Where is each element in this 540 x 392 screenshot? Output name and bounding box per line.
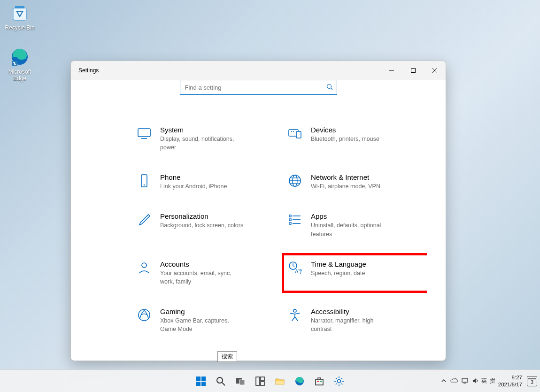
desktop-icon-recycle-bin[interactable]: Recycle Bin xyxy=(2,3,37,31)
start-button[interactable] xyxy=(192,372,210,391)
settings-categories-scroll[interactable]: System Display, sound, notifications, po… xyxy=(137,126,427,361)
close-button[interactable] xyxy=(424,61,446,80)
svg-rect-39 xyxy=(201,382,206,386)
tray-chevron-up-icon[interactable] xyxy=(441,378,447,384)
minimize-button[interactable] xyxy=(381,61,402,80)
settings-content: System Display, sound, notifications, po… xyxy=(71,80,446,361)
category-accounts[interactable]: Accounts Your accounts, email, sync, wor… xyxy=(137,260,273,286)
svg-rect-25 xyxy=(289,219,291,221)
svg-point-52 xyxy=(338,379,341,383)
ime-mode[interactable]: 拼 xyxy=(490,377,495,385)
category-phone[interactable]: Phone Link your Android, iPhone xyxy=(137,173,273,191)
recycle-bin-icon xyxy=(10,3,30,23)
search-input-wrapper[interactable] xyxy=(180,80,337,95)
devices-icon xyxy=(287,126,302,141)
tray-onedrive-icon[interactable] xyxy=(450,378,458,384)
taskbar-datetime[interactable]: 8:27 2021/6/17 xyxy=(498,374,522,388)
category-gaming[interactable]: Gaming Xbox Game Bar, captures, Game Mod… xyxy=(137,307,273,333)
category-title: Network & Internet xyxy=(311,173,380,181)
ime-language[interactable]: 英 xyxy=(481,377,487,385)
svg-rect-27 xyxy=(289,223,291,224)
category-apps[interactable]: Apps Uninstall, defaults, optional featu… xyxy=(287,212,424,238)
category-title: System xyxy=(160,126,245,134)
taskbar-time: 8:27 xyxy=(512,374,522,381)
tray-volume-icon[interactable] xyxy=(472,377,478,385)
settings-taskbar-button[interactable] xyxy=(330,372,348,391)
svg-point-15 xyxy=(293,131,294,132)
search-icon xyxy=(326,84,333,92)
apps-icon xyxy=(287,212,302,227)
svg-line-59 xyxy=(341,378,342,379)
category-subtitle: Background, lock screen, colors xyxy=(160,221,243,230)
category-accessibility[interactable]: Accessibility Narrator, magnifier, high … xyxy=(287,307,424,333)
category-subtitle: Link your Android, iPhone xyxy=(160,182,227,191)
category-network[interactable]: Network & Internet Wi-Fi, airplane mode,… xyxy=(287,173,424,191)
desktop-icon-edge[interactable]: Microsoft Edge xyxy=(2,47,37,82)
network-icon xyxy=(287,173,302,188)
phone-icon xyxy=(137,173,152,188)
category-title: Apps xyxy=(311,212,395,220)
svg-rect-5 xyxy=(411,69,416,73)
window-title: Settings xyxy=(78,67,381,74)
svg-rect-13 xyxy=(296,131,301,138)
settings-window: Settings xyxy=(70,61,446,361)
svg-line-9 xyxy=(331,88,332,90)
svg-text:A字: A字 xyxy=(295,269,302,274)
svg-point-40 xyxy=(217,377,223,383)
category-title: Phone xyxy=(160,173,227,181)
svg-rect-46 xyxy=(261,382,264,385)
taskbar-search-button[interactable] xyxy=(211,372,230,391)
svg-rect-45 xyxy=(261,377,264,381)
svg-rect-43 xyxy=(239,380,245,385)
svg-line-58 xyxy=(341,384,342,384)
file-explorer-button[interactable] xyxy=(270,372,289,391)
svg-rect-36 xyxy=(196,377,201,381)
category-title: Personalization xyxy=(160,212,243,220)
gaming-icon xyxy=(137,307,152,323)
personalization-icon xyxy=(137,212,152,227)
svg-point-17 xyxy=(144,184,145,186)
category-subtitle: Your accounts, email, sync, work, family xyxy=(160,269,245,286)
svg-line-32 xyxy=(293,266,294,267)
svg-rect-49 xyxy=(316,379,323,385)
desktop-icon-label: Recycle Bin xyxy=(5,24,34,31)
notification-count: 3 xyxy=(531,380,533,385)
edge-taskbar-button[interactable] xyxy=(290,372,309,391)
category-subtitle: Speech, region, date xyxy=(311,269,366,277)
category-time-language[interactable]: A字 Time & Language Speech, region, date xyxy=(282,253,427,293)
category-subtitle: Xbox Game Bar, captures, Game Mode xyxy=(160,316,245,333)
svg-rect-38 xyxy=(196,382,201,386)
taskbar: 英 拼 8:27 2021/6/17 3 xyxy=(0,369,540,392)
svg-line-60 xyxy=(336,384,337,384)
category-subtitle: Wi-Fi, airplane mode, VPN xyxy=(311,182,380,191)
category-title: Devices xyxy=(311,126,379,134)
desktop-icon-label: Microsoft Edge xyxy=(2,69,37,82)
task-view-button[interactable] xyxy=(231,372,250,391)
accounts-icon xyxy=(137,260,152,275)
maximize-button[interactable] xyxy=(402,61,424,80)
svg-rect-23 xyxy=(289,215,291,217)
category-personalization[interactable]: Personalization Background, lock screen,… xyxy=(137,212,273,238)
store-button[interactable] xyxy=(310,372,329,391)
svg-rect-61 xyxy=(462,378,468,382)
search-tooltip: 搜索 xyxy=(217,351,237,362)
category-subtitle: Uninstall, defaults, optional features xyxy=(311,221,395,238)
svg-rect-47 xyxy=(276,381,284,384)
category-title: Time & Language xyxy=(311,260,366,268)
category-title: Accessibility xyxy=(311,307,395,315)
tray-network-icon[interactable] xyxy=(462,377,468,385)
svg-point-14 xyxy=(291,131,292,132)
svg-point-35 xyxy=(293,309,296,312)
category-subtitle: Bluetooth, printers, mouse xyxy=(311,135,379,143)
category-subtitle: Display, sound, notifications, power xyxy=(160,135,245,152)
svg-rect-51 xyxy=(320,381,322,382)
window-titlebar[interactable]: Settings xyxy=(71,61,446,80)
category-subtitle: Narrator, magnifier, high contrast xyxy=(311,316,395,333)
svg-point-34 xyxy=(139,309,150,321)
category-devices[interactable]: Devices Bluetooth, printers, mouse xyxy=(287,126,424,152)
widgets-button[interactable] xyxy=(251,372,270,391)
category-system[interactable]: System Display, sound, notifications, po… xyxy=(137,126,273,152)
accessibility-icon xyxy=(287,307,302,323)
search-input[interactable] xyxy=(185,84,326,91)
action-center-button[interactable]: 3 xyxy=(527,376,537,386)
